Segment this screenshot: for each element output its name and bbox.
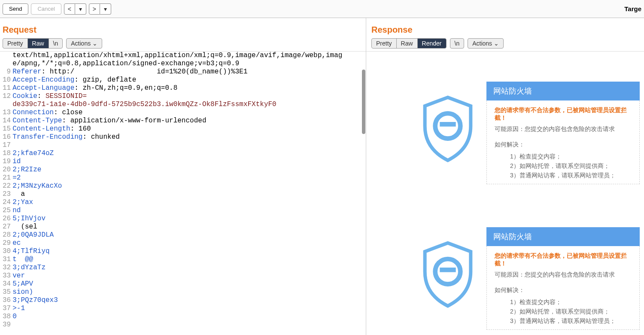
response-actions-dropdown[interactable]: Actions ⌄: [468, 38, 504, 49]
request-tab-raw[interactable]: Raw: [28, 39, 49, 48]
prev-button[interactable]: <: [64, 3, 75, 15]
request-tab-pretty[interactable]: Pretty: [3, 39, 28, 48]
waf-how: 如何解决：: [495, 286, 632, 294]
waf-titlebar: 网站防火墙: [486, 82, 640, 100]
response-render[interactable]: 网站防火墙 您的请求带有不合法参数，已被网站管理员设置拦截！ 可能原因：您提交的…: [366, 52, 644, 335]
waf-body: 您的请求带有不合法参数，已被网站管理员设置拦截！ 可能原因：您提交的内容包含危险…: [486, 246, 640, 330]
cancel-button[interactable]: Cancel: [31, 3, 61, 15]
shield-icon: [409, 82, 486, 184]
waf-reason: 可能原因：您提交的内容包含危险的攻击请求: [495, 125, 632, 133]
waf-list-item: 1）检查提交内容；: [510, 298, 632, 306]
main-toolbar: Send Cancel < ▾ > ▾ Targe: [0, 0, 644, 18]
waf-list-item: 3）普通网站访客，请联系网站管理员；: [510, 317, 632, 325]
waf-list-item: 3）普通网站访客，请联系网站管理员；: [510, 172, 632, 180]
waf-list-item: 2）如网站托管，请联系空间提供商；: [510, 308, 632, 316]
request-scrollbar[interactable]: [361, 18, 366, 335]
waf-list: 1）检查提交内容； 2）如网站托管，请联系空间提供商； 3）普通网站访客，请联系…: [510, 153, 632, 180]
waf-warn: 您的请求带有不合法参数，已被网站管理员设置拦截！: [495, 252, 632, 268]
next-button[interactable]: >: [89, 3, 100, 15]
waf-reason: 可能原因：您提交的内容包含危险的攻击请求: [495, 271, 632, 279]
request-source: text/html,application/xhtml+xml,applicat…: [12, 52, 366, 335]
waf-body: 您的请求带有不合法参数，已被网站管理员设置拦截！ 可能原因：您提交的内容包含危险…: [486, 100, 640, 184]
svg-rect-3: [440, 268, 456, 272]
request-tab-newline[interactable]: \n: [49, 39, 63, 48]
response-tab-raw[interactable]: Raw: [397, 39, 418, 48]
chevron-down-icon: ⌄: [92, 40, 97, 47]
next-dropdown[interactable]: ▾: [100, 3, 111, 15]
request-scrollbar-thumb[interactable]: [362, 70, 365, 134]
chevron-down-icon: ⌄: [494, 40, 499, 47]
response-pane: Response Pretty Raw Render \n Actions ⌄: [366, 18, 644, 335]
request-view-segment: Pretty Raw \n: [3, 38, 63, 49]
response-actions-label: Actions: [472, 40, 492, 47]
request-tabbar: Pretty Raw \n Actions ⌄: [0, 38, 366, 52]
response-tab-newline[interactable]: \n: [450, 38, 465, 49]
response-title: Response: [366, 18, 644, 38]
waf-titlebar: 网站防火墙: [486, 227, 640, 246]
request-gutter: 9101112131415161718192021222324252627282…: [1, 52, 12, 335]
request-code[interactable]: 9101112131415161718192021222324252627282…: [0, 52, 366, 335]
response-tab-render[interactable]: Render: [418, 39, 446, 48]
target-label: Targe: [624, 5, 641, 12]
waf-list: 1）检查提交内容； 2）如网站托管，请联系空间提供商； 3）普通网站访客，请联系…: [510, 298, 632, 325]
waf-list-item: 2）如网站托管，请联系空间提供商；: [510, 162, 632, 170]
panes: Request Pretty Raw \n Actions ⌄ 91011121…: [0, 18, 644, 335]
waf-block: 网站防火墙 您的请求带有不合法参数，已被网站管理员设置拦截！ 可能原因：您提交的…: [409, 82, 640, 184]
request-actions-label: Actions: [71, 40, 91, 47]
response-tabbar: Pretty Raw Render \n Actions ⌄: [366, 38, 644, 52]
svg-rect-1: [440, 122, 456, 127]
waf-text: 网站防火墙 您的请求带有不合法参数，已被网站管理员设置拦截！ 可能原因：您提交的…: [486, 82, 640, 184]
prev-button-group: < ▾: [64, 3, 86, 15]
request-title: Request: [0, 18, 366, 38]
shield-icon: [409, 227, 486, 330]
waf-warn: 您的请求带有不合法参数，已被网站管理员设置拦截！: [495, 107, 632, 122]
request-pane: Request Pretty Raw \n Actions ⌄ 91011121…: [0, 18, 366, 335]
waf-list-item: 1）检查提交内容；: [510, 153, 632, 161]
waf-block: 网站防火墙 您的请求带有不合法参数，已被网站管理员设置拦截！ 可能原因：您提交的…: [409, 227, 640, 330]
request-actions-dropdown[interactable]: Actions ⌄: [66, 38, 102, 49]
send-button[interactable]: Send: [3, 3, 28, 15]
response-view-segment: Pretty Raw Render: [371, 38, 447, 49]
waf-how: 如何解决：: [495, 141, 632, 149]
waf-text: 网站防火墙 您的请求带有不合法参数，已被网站管理员设置拦截！ 可能原因：您提交的…: [486, 227, 640, 330]
response-tab-pretty[interactable]: Pretty: [372, 39, 397, 48]
next-button-group: > ▾: [89, 3, 111, 15]
prev-dropdown[interactable]: ▾: [75, 3, 86, 15]
